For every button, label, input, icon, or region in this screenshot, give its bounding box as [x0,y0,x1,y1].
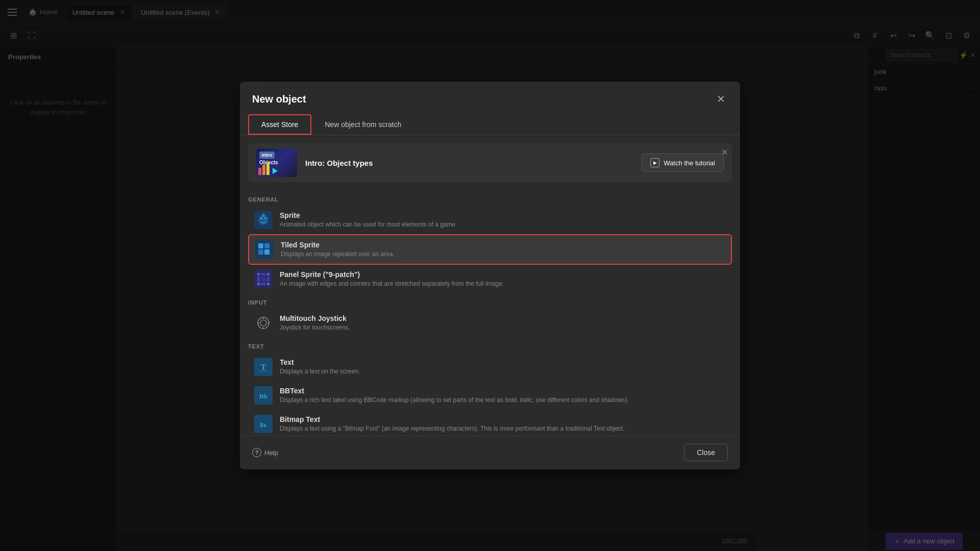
tiled-icon [255,240,274,259]
sprite-info: Sprite Animated object which can be used… [280,211,726,229]
modal-header: New object ✕ [240,82,740,114]
tab-new-scratch[interactable]: New object from scratch [311,114,414,135]
joystick-icon [254,314,273,332]
svg-rect-17 [267,277,270,282]
svg-rect-18 [257,283,260,285]
svg-rect-12 [257,273,260,276]
text-name: Text [280,358,726,366]
modal-title: New object [252,93,306,105]
help-link[interactable]: ? Help [252,448,278,457]
svg-point-6 [264,217,266,219]
sprite-icon [254,211,273,229]
object-row-bitmap[interactable]: Bs Bitmap Text Displays a text using a "… [248,410,732,435]
svg-rect-14 [267,273,270,276]
svg-rect-20 [267,283,270,285]
bitmap-icon: Bs [254,415,273,433]
tutorial-thumbnail: Intro Objects [256,148,297,177]
svg-rect-8 [258,243,263,248]
tutorial-banner-close[interactable]: ✕ [721,147,728,157]
bbtext-desc: Displays a rich text label using BBCode … [280,396,726,405]
svg-point-21 [258,317,269,329]
text-desc: Displays a text on the screen. [280,367,726,376]
watch-tutorial-label: Watch the tutorial [664,159,715,167]
svg-rect-10 [258,249,263,255]
object-row-bbtext[interactable]: Bb BBText Displays a rich text label usi… [248,381,732,410]
object-row-panel[interactable]: Panel Sprite ("9-patch") An image with e… [248,265,732,293]
tab-asset-store-label: Asset Store [261,120,298,129]
modal-overlay: New object ✕ Asset Store New object from… [0,0,980,551]
svg-text:T: T [261,363,266,371]
tiled-name: Tiled Sprite [281,241,725,249]
svg-rect-13 [261,273,266,276]
tutorial-banner: Intro Objects Intro: Object types Watch … [248,143,732,182]
text-info: Text Displays a text on the screen. [280,358,726,376]
joystick-name: Multitouch Joystick [280,314,726,322]
sprite-desc: Animated object which can be used for mo… [280,220,726,229]
svg-rect-11 [264,249,270,255]
section-input-label: INPUT [248,293,732,309]
bitmap-info: Bitmap Text Displays a text using a "Bit… [280,415,726,433]
sprite-name: Sprite [280,211,726,219]
svg-point-5 [260,217,262,219]
panel-icon [254,270,273,288]
panel-info: Panel Sprite ("9-patch") An image with e… [280,270,726,288]
svg-text:Bs: Bs [260,422,266,429]
close-button[interactable]: Close [684,444,728,461]
intro-label: Intro [259,152,275,159]
joystick-info: Multitouch Joystick Joystick for touchsc… [280,314,726,332]
bitmap-desc: Displays a text using a "Bitmap Font" (a… [280,424,726,433]
svg-point-22 [260,320,266,326]
object-row-text[interactable]: T Text Displays a text on the screen. [248,353,732,381]
help-label: Help [264,449,278,457]
svg-rect-0 [258,168,261,175]
svg-marker-3 [273,168,278,174]
modal-footer: ? Help Close [240,435,740,469]
modal-body: GENERAL Sprite Animated object which can… [240,186,740,435]
play-icon [650,158,659,167]
bbtext-icon: Bb [254,386,273,405]
bbtext-name: BBText [280,387,726,395]
object-row-sprite[interactable]: Sprite Animated object which can be used… [248,206,732,234]
svg-rect-16 [261,277,266,282]
watch-tutorial-button[interactable]: Watch the tutorial [642,154,724,172]
help-circle-icon: ? [252,448,261,457]
new-object-modal: New object ✕ Asset Store New object from… [240,82,740,469]
object-row-tiled[interactable]: Tiled Sprite Displays an image repeated … [248,234,732,265]
tab-new-scratch-label: New object from scratch [325,120,401,129]
tutorial-info: Intro: Object types [305,159,633,167]
object-row-joystick[interactable]: Multitouch Joystick Joystick for touchsc… [248,309,732,337]
modal-close-button[interactable]: ✕ [714,92,728,106]
svg-rect-2 [266,163,270,175]
tab-asset-store[interactable]: Asset Store [248,114,311,135]
tutorial-title: Intro: Object types [305,159,633,167]
section-text-label: TEXT [248,337,732,353]
joystick-desc: Joystick for touchscreens. [280,323,726,332]
tiled-info: Tiled Sprite Displays an image repeated … [281,241,725,259]
panel-desc: An image with edges and corners that are… [280,280,726,288]
bbtext-info: BBText Displays a rich text label using … [280,387,726,405]
svg-rect-9 [264,243,270,248]
svg-point-7 [262,213,265,217]
svg-rect-19 [261,283,266,285]
bitmap-name: Bitmap Text [280,415,726,423]
svg-text:Bb: Bb [259,392,267,400]
svg-rect-1 [262,165,265,175]
panel-name: Panel Sprite ("9-patch") [280,270,726,279]
svg-rect-15 [257,277,260,282]
section-general-label: GENERAL [248,190,732,206]
modal-tabs: Asset Store New object from scratch [240,114,740,135]
text-icon: T [254,358,273,376]
tiled-desc: Displays an image repeated over an area. [281,250,725,259]
